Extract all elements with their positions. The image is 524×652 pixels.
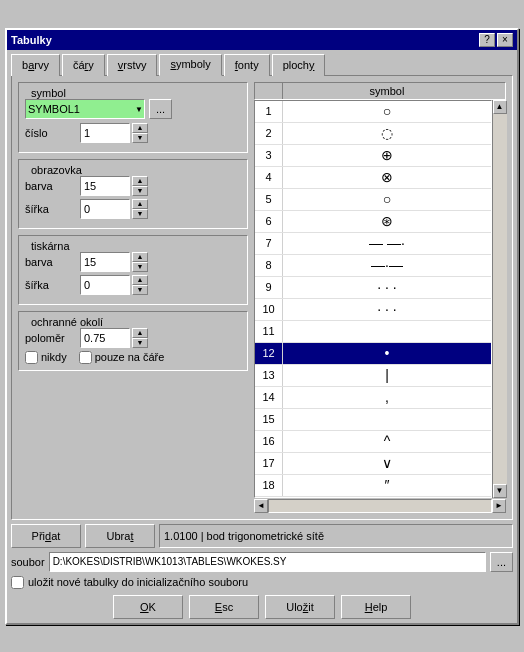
- pouze-label: pouze na čáře: [95, 351, 165, 363]
- ok-button[interactable]: OK: [113, 595, 183, 619]
- symbol-table-container: 1○2◌3⊕4⊗5○6⊛7— —·8—·—9· · ·10· · ·1112•1…: [254, 100, 506, 498]
- obr-sirka-spin-down[interactable]: ▼: [132, 209, 148, 219]
- table-row[interactable]: 10· · ·: [255, 299, 491, 321]
- tis-barva-spin-up[interactable]: ▲: [132, 252, 148, 262]
- polomer-input-group: ▲ ▼: [80, 328, 148, 348]
- row-sym: ,: [283, 389, 491, 405]
- table-row[interactable]: 11: [255, 321, 491, 343]
- ulozit-label: Uložit: [286, 601, 314, 613]
- table-row[interactable]: 8—·—: [255, 255, 491, 277]
- row-num: 1: [255, 101, 283, 122]
- table-row[interactable]: 14,: [255, 387, 491, 409]
- soubor-label: soubor: [11, 556, 45, 568]
- obr-sirka-row: šířka ▲ ▼: [25, 199, 241, 219]
- symbol-select-wrapper: SYMBOL1: [25, 99, 145, 119]
- tab-vrstvy[interactable]: vrstvy: [107, 54, 158, 76]
- table-row[interactable]: 12•: [255, 343, 491, 365]
- tis-barva-label: barva: [25, 256, 80, 268]
- tab-symboly[interactable]: symboly: [159, 54, 221, 76]
- obr-barva-input[interactable]: [80, 176, 130, 196]
- polomer-spin-down[interactable]: ▼: [132, 338, 148, 348]
- table-row[interactable]: 18″: [255, 475, 491, 497]
- hscroll-left-btn[interactable]: ◄: [254, 499, 268, 513]
- table-row[interactable]: 5○: [255, 189, 491, 211]
- cislo-spin-down[interactable]: ▼: [132, 133, 148, 143]
- row-num: 2: [255, 123, 283, 144]
- row-sym: ″: [283, 477, 491, 493]
- table-row[interactable]: 16^: [255, 431, 491, 453]
- tab-fonty[interactable]: fonty: [224, 54, 270, 76]
- polomer-input[interactable]: [80, 328, 130, 348]
- cislo-input[interactable]: [80, 123, 130, 143]
- tab-cary[interactable]: čáry: [62, 54, 105, 76]
- save-checkbox[interactable]: [11, 576, 24, 589]
- row-num: 6: [255, 211, 283, 232]
- row-num: 17: [255, 453, 283, 474]
- tis-sirka-input[interactable]: [80, 275, 130, 295]
- pridat-button[interactable]: Přidat: [11, 524, 81, 548]
- symbol-table-header: symbol: [254, 82, 506, 100]
- scroll-up-btn[interactable]: ▲: [493, 100, 507, 114]
- obr-sirka-input-group: ▲ ▼: [80, 199, 148, 219]
- help-title-btn[interactable]: ?: [479, 33, 495, 47]
- tab-plochy[interactable]: plochy: [272, 54, 326, 76]
- symbol-select-row: SYMBOL1 ...: [25, 99, 241, 119]
- scroll-track[interactable]: [493, 114, 507, 484]
- esc-button[interactable]: Esc: [189, 595, 259, 619]
- pouze-checkbox[interactable]: [79, 351, 92, 364]
- nikdy-checkbox[interactable]: [25, 351, 38, 364]
- tis-sirka-spin-down[interactable]: ▼: [132, 285, 148, 295]
- obr-sirka-spin: ▲ ▼: [132, 199, 148, 219]
- table-row[interactable]: 17∨: [255, 453, 491, 475]
- cislo-spin-up[interactable]: ▲: [132, 123, 148, 133]
- row-sym: |: [283, 367, 491, 383]
- row-num: 12: [255, 343, 283, 364]
- tis-barva-input[interactable]: [80, 252, 130, 272]
- table-row[interactable]: 6⊛: [255, 211, 491, 233]
- row-num: 11: [255, 321, 283, 342]
- ubrat-button[interactable]: Ubrat: [85, 524, 155, 548]
- close-title-btn[interactable]: ×: [497, 33, 513, 47]
- polomer-spin-up[interactable]: ▲: [132, 328, 148, 338]
- scroll-down-btn[interactable]: ▼: [493, 484, 507, 498]
- nikdy-label: nikdy: [41, 351, 67, 363]
- col-sym-header: symbol: [283, 85, 491, 97]
- hscroll-right-btn[interactable]: ►: [492, 499, 506, 513]
- table-row[interactable]: 2◌: [255, 123, 491, 145]
- ochranneokoli-fieldset: ochranné okolí poloměr ▲ ▼: [18, 311, 248, 371]
- hscroll-track[interactable]: [268, 499, 492, 513]
- row-num: 5: [255, 189, 283, 210]
- soubor-input[interactable]: [49, 552, 486, 572]
- tab-cary-label: čáry: [73, 59, 94, 71]
- table-row[interactable]: 1○: [255, 101, 491, 123]
- symbol-table-scroll[interactable]: 1○2◌3⊕4⊗5○6⊛7— —·8—·—9· · ·10· · ·1112•1…: [255, 101, 491, 497]
- table-row[interactable]: 15: [255, 409, 491, 431]
- obr-sirka-spin-up[interactable]: ▲: [132, 199, 148, 209]
- esc-label: Esc: [215, 601, 233, 613]
- tis-barva-spin-down[interactable]: ▼: [132, 262, 148, 272]
- symbol-dotted-btn[interactable]: ...: [149, 99, 172, 119]
- table-row[interactable]: 4⊗: [255, 167, 491, 189]
- ulozit-button[interactable]: Uložit: [265, 595, 335, 619]
- table-row[interactable]: 3⊕: [255, 145, 491, 167]
- soubor-dotted-btn[interactable]: ...: [490, 552, 513, 572]
- tis-sirka-spin-up[interactable]: ▲: [132, 275, 148, 285]
- tab-barvy[interactable]: barvy: [11, 54, 60, 76]
- table-row[interactable]: 9· · ·: [255, 277, 491, 299]
- tis-sirka-spin: ▲ ▼: [132, 275, 148, 295]
- save-label: uložit nové tabulky do inicializačního s…: [28, 576, 248, 588]
- tab-plochy-label: plochy: [283, 59, 315, 71]
- obr-barva-spin-down[interactable]: ▼: [132, 186, 148, 196]
- table-row[interactable]: 7— —·: [255, 233, 491, 255]
- obr-sirka-input[interactable]: [80, 199, 130, 219]
- obrazovka-legend: obrazovka: [29, 164, 241, 176]
- table-row[interactable]: 13|: [255, 365, 491, 387]
- window-title: Tabulky: [11, 34, 52, 46]
- help-button[interactable]: Help: [341, 595, 411, 619]
- polomer-row: poloměr ▲ ▼: [25, 328, 241, 348]
- symbol-select[interactable]: SYMBOL1: [25, 99, 145, 119]
- pouze-checkbox-item: pouze na čáře: [79, 351, 165, 364]
- obr-barva-spin-up[interactable]: ▲: [132, 176, 148, 186]
- title-bar: Tabulky ? ×: [7, 30, 517, 50]
- symbol-fieldset: symbol SYMBOL1 ... číslo: [18, 82, 248, 153]
